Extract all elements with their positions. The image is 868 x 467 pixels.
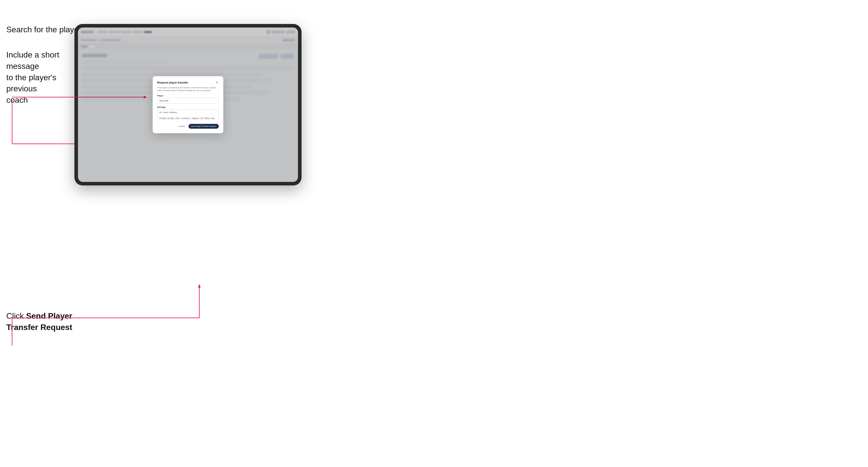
modal-title: Request player transfer [157, 81, 188, 84]
annotation-message-text: Include a short message to the player's … [6, 49, 74, 106]
close-icon[interactable]: ✕ [215, 81, 219, 84]
modal-header: Request player transfer ✕ [157, 81, 219, 84]
annotation-click-text: Click Send Player Transfer Request [6, 310, 74, 333]
modal-footer: Cancel Send Player Transfer Request [157, 124, 219, 129]
svg-marker-7 [198, 284, 200, 288]
modal-overlay: Request player transfer ✕ If the player … [78, 28, 298, 182]
message-label: Message [157, 106, 219, 108]
tablet-screen: Request player transfer ✕ If the player … [78, 28, 298, 182]
modal-description: If the player is transferring from anoth… [157, 86, 219, 92]
send-transfer-request-button[interactable]: Send Player Transfer Request [188, 124, 219, 129]
player-input[interactable] [157, 98, 219, 103]
player-label: Player [157, 95, 219, 97]
annotation-search-text: Search for the player. [6, 24, 83, 35]
tablet-device: Request player transfer ✕ If the player … [74, 24, 302, 185]
cancel-button[interactable]: Cancel [177, 124, 186, 128]
message-textarea[interactable]: Hi Coach McHarg, Please accept this tran… [157, 109, 219, 120]
transfer-request-modal: Request player transfer ✕ If the player … [153, 76, 223, 133]
